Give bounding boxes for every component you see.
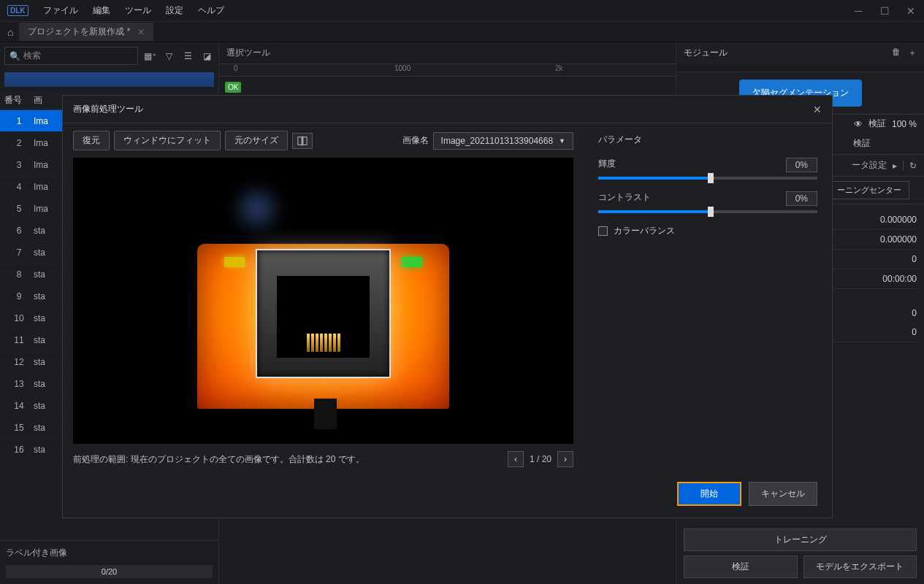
search-icon: 🔍 <box>9 51 20 61</box>
module-title: モジュール <box>684 47 728 59</box>
start-button[interactable]: 開始 <box>677 482 741 506</box>
tab-title: プロジェクトを新規作成 * <box>28 26 130 38</box>
app-logo: DLK <box>7 5 28 16</box>
fit-window-button[interactable]: ウィンドウにフィット <box>114 131 221 150</box>
preview-image <box>98 172 549 430</box>
refresh-icon[interactable]: ↻ <box>903 161 917 171</box>
ruler-tick: 0 <box>234 64 238 72</box>
col-number[interactable]: 番号 <box>4 94 34 107</box>
add-image-icon[interactable]: ▦⁺ <box>142 49 157 64</box>
restore-button[interactable]: 復元 <box>73 131 110 150</box>
image-name-value: Image_20211013133904668 <box>441 136 553 146</box>
row-number: 15 <box>4 423 34 433</box>
menu-tool[interactable]: ツール <box>125 4 151 17</box>
row-number: 11 <box>4 335 34 345</box>
color-balance-checkbox[interactable] <box>598 226 608 236</box>
info-value: 0.000000 <box>880 234 917 245</box>
data-settings-label[interactable]: ータ設定 <box>852 159 887 172</box>
export-model-button[interactable]: モデルをエクスポート <box>803 556 917 578</box>
ruler-horizontal: 0 1000 2k <box>219 64 676 77</box>
caret-right-icon: ▸ <box>893 161 897 171</box>
cancel-button[interactable]: キャンセル <box>749 482 817 506</box>
image-name-label: 画像名 <box>402 134 429 147</box>
brightness-slider[interactable] <box>598 177 817 180</box>
preprocess-modal: 画像前処理ツール ✕ 復元 ウィンドウにフィット 元のサイズ 画像名 Image… <box>62 95 833 518</box>
row-number: 8 <box>4 269 34 280</box>
menu-edit[interactable]: 編集 <box>93 4 110 17</box>
svg-rect-1 <box>303 137 307 145</box>
filter-icon[interactable]: ▽ <box>161 49 176 64</box>
labeled-images-title: ラベル付き画像 <box>6 547 213 559</box>
row-number: 4 <box>4 182 34 192</box>
chevron-down-icon: ▼ <box>559 137 565 145</box>
row-number: 16 <box>4 445 34 455</box>
contrast-value[interactable]: 0% <box>786 191 817 206</box>
row-number: 10 <box>4 313 34 323</box>
verify-button[interactable]: 検証 <box>684 556 798 578</box>
add-icon[interactable]: ＋ <box>908 47 917 59</box>
row-number: 9 <box>4 291 34 301</box>
row-number: 1 <box>4 116 34 126</box>
tab-close-icon[interactable]: ✕ <box>137 27 145 37</box>
ruler-tick: 1000 <box>394 64 411 72</box>
home-icon[interactable]: ⌂ <box>7 26 13 38</box>
info-value: 0 <box>912 327 917 337</box>
color-balance-label: カラーバランス <box>614 225 675 237</box>
close-icon[interactable]: ✕ <box>905 5 917 17</box>
info-value: 0.000000 <box>880 215 917 225</box>
image-name-dropdown[interactable]: Image_20211013133904668 ▼ <box>433 132 573 150</box>
view-icon[interactable]: ◪ <box>199 49 214 64</box>
project-tab[interactable]: プロジェクトを新規作成 * ✕ <box>19 23 153 41</box>
minimize-icon[interactable]: ─ <box>852 5 864 17</box>
info-value: 0 <box>912 308 917 318</box>
label-progress: 0/20 <box>6 565 213 578</box>
row-number: 6 <box>4 226 34 236</box>
trash-icon[interactable]: 🗑 <box>892 47 901 59</box>
contrast-label: コントラスト <box>598 191 651 206</box>
category-bar[interactable] <box>4 72 214 87</box>
page-prev-button[interactable]: ‹ <box>508 451 524 467</box>
ok-badge: OK <box>225 82 241 93</box>
module-ruler <box>676 64 924 72</box>
page-indicator: 1 / 20 <box>530 454 551 464</box>
info-value: 0 <box>912 254 917 264</box>
tab-bar: ⌂ プロジェクトを新規作成 * ✕ <box>0 22 924 42</box>
image-preview[interactable] <box>73 158 573 444</box>
modal-close-icon[interactable]: ✕ <box>813 104 822 115</box>
brightness-label: 輝度 <box>598 158 616 172</box>
info-value: 00:00:00 <box>882 274 917 284</box>
training-center-button[interactable]: ーニングセンター <box>829 181 909 199</box>
verify-percent: 100 % <box>892 119 917 129</box>
svg-rect-0 <box>298 137 302 145</box>
contrast-slider[interactable] <box>598 210 817 213</box>
menubar: DLK ファイル 編集 ツール 設定 ヘルプ ─ ☐ ✕ <box>0 0 924 22</box>
scope-label: 前処理の範囲: 現在のプロジェクトの全ての画像です。合計数は 20 です。 <box>73 453 364 466</box>
row-number: 13 <box>4 379 34 389</box>
list-icon[interactable]: ☰ <box>180 49 195 64</box>
verify-label: 検証 <box>868 118 886 130</box>
row-number: 14 <box>4 401 34 411</box>
modal-title: 画像前処理ツール <box>73 103 143 115</box>
menu-file[interactable]: ファイル <box>43 4 78 17</box>
maximize-icon[interactable]: ☐ <box>879 5 890 17</box>
row-number: 7 <box>4 247 34 258</box>
page-next-button[interactable]: › <box>557 451 573 467</box>
row-number: 5 <box>4 204 34 214</box>
ruler-tick: 2k <box>555 64 563 72</box>
menu-settings[interactable]: 設定 <box>166 4 183 17</box>
select-tool-header: 選択ツール <box>219 42 676 64</box>
row-number: 12 <box>4 357 34 367</box>
eye-icon[interactable]: 👁 <box>854 119 863 129</box>
brightness-value[interactable]: 0% <box>786 158 817 172</box>
row-number: 2 <box>4 138 34 148</box>
original-size-button[interactable]: 元のサイズ <box>225 131 288 150</box>
menu-help[interactable]: ヘルプ <box>198 4 224 17</box>
search-input[interactable]: 🔍 検索 <box>4 47 138 65</box>
row-number: 3 <box>4 160 34 170</box>
search-placeholder: 検索 <box>23 50 41 62</box>
compare-icon[interactable] <box>292 133 313 149</box>
parameters-title: パラメータ <box>598 134 817 146</box>
training-button[interactable]: トレーニング <box>684 529 917 551</box>
